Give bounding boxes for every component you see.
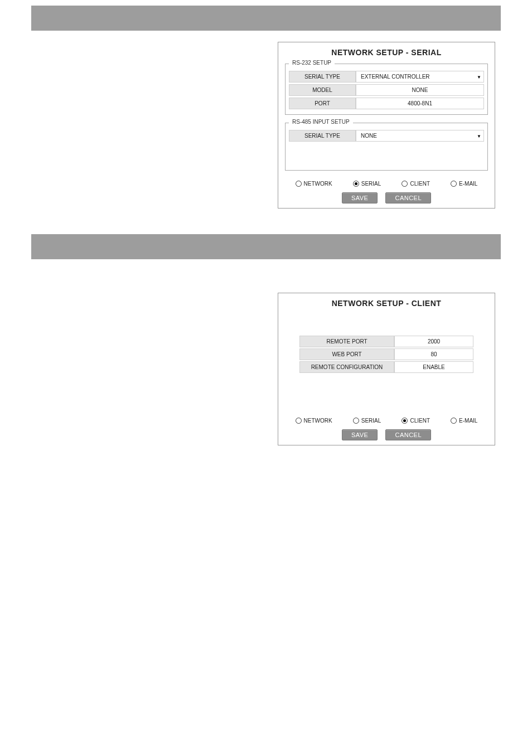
tab-client[interactable]: CLIENT (402, 418, 430, 424)
tab-email[interactable]: E-MAIL (451, 418, 477, 424)
label-model: MODEL (289, 84, 356, 96)
fieldset-rs232: RS-232 SETUP SERIAL TYPE EXTERNAL CONTRO… (285, 64, 488, 115)
cancel-button[interactable]: CANCEL (385, 192, 431, 203)
tab-label: NETWORK (304, 181, 332, 187)
save-button[interactable]: SAVE (342, 192, 378, 203)
label-port: PORT (289, 98, 356, 109)
dropdown-rs485-serial-type[interactable]: NONE ▼ (356, 130, 484, 142)
tab-client[interactable]: CLIENT (402, 181, 430, 187)
section-serial: NETWORK SETUP - SERIAL RS-232 SETUP SERI… (0, 0, 532, 209)
dialog-client: NETWORK SETUP - CLIENT REMOTE PORT 2000 … (278, 293, 495, 445)
value-remote-configuration[interactable]: ENABLE (394, 361, 473, 373)
tab-email[interactable]: E-MAIL (451, 181, 477, 187)
header-bar (31, 6, 501, 31)
fieldset-rs485: RS-485 INPUT SETUP SERIAL TYPE NONE ▼ (285, 123, 488, 171)
dialog-title: NETWORK SETUP - SERIAL (283, 48, 490, 57)
tab-network[interactable]: NETWORK (296, 418, 332, 424)
radio-icon (451, 181, 457, 187)
radio-icon (451, 418, 457, 424)
dialog-buttons: SAVE CANCEL (283, 192, 490, 203)
value-port[interactable]: 4800-8N1 (356, 98, 484, 109)
label-rs485-serial-type: SERIAL TYPE (289, 130, 356, 142)
tab-label: E-MAIL (459, 181, 477, 187)
value-model[interactable]: NONE (356, 84, 484, 96)
radio-icon (402, 181, 408, 187)
tab-label: E-MAIL (459, 418, 477, 424)
radio-icon (296, 181, 302, 187)
client-fields: REMOTE PORT 2000 WEB PORT 80 REMOTE CONF… (299, 336, 473, 373)
tab-radios: NETWORK SERIAL CLIENT E-MAIL (285, 181, 488, 187)
save-button[interactable]: SAVE (342, 429, 378, 440)
tab-serial[interactable]: SERIAL (353, 418, 381, 424)
header-bar (31, 234, 501, 259)
tab-label: SERIAL (361, 181, 381, 187)
label-web-port: WEB PORT (299, 348, 394, 360)
tab-label: SERIAL (361, 418, 381, 424)
chevron-down-icon: ▼ (477, 133, 481, 138)
dialog-buttons: SAVE CANCEL (283, 429, 490, 440)
dialog-serial: NETWORK SETUP - SERIAL RS-232 SETUP SERI… (278, 42, 495, 209)
dialog-title: NETWORK SETUP - CLIENT (283, 299, 490, 308)
value-web-port[interactable]: 80 (394, 348, 473, 360)
radio-icon-selected (402, 418, 408, 424)
dropdown-rs232-serial-type[interactable]: EXTERNAL CONTROLLER ▼ (356, 71, 484, 83)
label-remote-configuration: REMOTE CONFIGURATION (299, 361, 394, 373)
legend-rs485: RS-485 INPUT SETUP (289, 119, 353, 125)
label-serial-type: SERIAL TYPE (289, 71, 356, 83)
section-client: NETWORK SETUP - CLIENT REMOTE PORT 2000 … (0, 229, 532, 445)
value-rs485-serial-type: NONE (361, 133, 377, 139)
tab-network[interactable]: NETWORK (296, 181, 332, 187)
value-remote-port[interactable]: 2000 (394, 336, 473, 347)
tab-label: CLIENT (410, 418, 430, 424)
value-serial-type: EXTERNAL CONTROLLER (361, 74, 430, 80)
radio-icon-selected (353, 181, 359, 187)
tab-label: CLIENT (410, 181, 430, 187)
tab-serial[interactable]: SERIAL (353, 181, 381, 187)
tab-radios: NETWORK SERIAL CLIENT E-MAIL (285, 418, 488, 424)
radio-icon (296, 418, 302, 424)
tab-label: NETWORK (304, 418, 332, 424)
legend-rs232: RS-232 SETUP (289, 60, 335, 66)
radio-icon (353, 418, 359, 424)
label-remote-port: REMOTE PORT (299, 336, 394, 347)
cancel-button[interactable]: CANCEL (385, 429, 431, 440)
chevron-down-icon: ▼ (477, 74, 481, 79)
